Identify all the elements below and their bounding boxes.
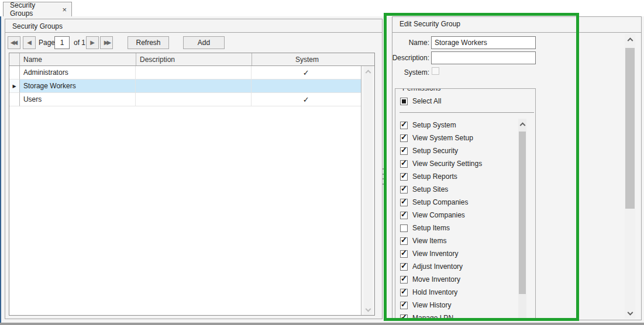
table-row[interactable]: Administrators✓ xyxy=(9,66,361,79)
tab-label: Security Groups xyxy=(10,1,56,18)
refresh-button-label: Refresh xyxy=(136,39,160,47)
permission-label: Setup System xyxy=(412,121,456,129)
cell-system: ✓ xyxy=(252,93,361,106)
description-field[interactable] xyxy=(431,51,536,64)
refresh-button[interactable]: Refresh xyxy=(128,36,169,49)
column-header-label: System xyxy=(295,56,319,64)
checkmark-icon: ✓ xyxy=(401,275,407,283)
permissions-scrollbar[interactable] xyxy=(518,119,526,319)
permission-checkbox[interactable]: ✓ xyxy=(400,199,408,206)
permission-item[interactable]: ✓View Inventory xyxy=(400,247,516,260)
grid-body: Administrators✓▶Storage WorkersUsers✓ xyxy=(9,66,361,315)
scrollbar-track[interactable] xyxy=(364,66,373,315)
name-field[interactable] xyxy=(431,36,536,49)
security-groups-table: Name Description System Administrators✓▶… xyxy=(9,53,375,316)
permissions-title: Permissions xyxy=(400,88,443,92)
permission-checkbox[interactable] xyxy=(400,224,408,232)
first-page-button[interactable]: ◀◀ xyxy=(8,36,20,49)
select-all-row[interactable]: Select All xyxy=(400,97,441,105)
table-vertical-scrollbar[interactable] xyxy=(361,66,374,315)
permission-item[interactable]: ✓Adjust Inventory xyxy=(400,260,516,273)
permission-checkbox[interactable]: ✓ xyxy=(400,302,408,309)
table-row[interactable]: Users✓ xyxy=(9,93,361,106)
permission-item[interactable]: ✓Move Inventory xyxy=(400,273,516,286)
permission-item[interactable]: ✓Setup Security xyxy=(400,144,516,157)
tab-security-groups[interactable]: Security Groups × xyxy=(3,2,72,16)
permission-item[interactable]: ✓View Security Settings xyxy=(400,157,516,170)
cell-name: Administrators xyxy=(20,66,136,79)
permission-label: View System Setup xyxy=(412,134,473,142)
permission-checkbox[interactable]: ✓ xyxy=(400,276,408,283)
row-selector-cell[interactable]: ▶ xyxy=(9,79,20,93)
last-page-button[interactable]: ▶▶ xyxy=(100,36,113,49)
checkmark-icon: ✓ xyxy=(401,262,407,270)
permission-checkbox[interactable]: ✓ xyxy=(400,173,408,181)
permission-checkbox[interactable]: ✓ xyxy=(400,314,408,319)
window-left-border xyxy=(0,16,1,323)
permission-item[interactable]: ✓View System Setup xyxy=(400,132,516,144)
next-page-icon: ▶ xyxy=(90,40,95,46)
permission-item[interactable]: ✓Setup System xyxy=(400,119,516,132)
permission-label: Setup Companies xyxy=(412,198,468,206)
column-header-system[interactable]: System xyxy=(252,53,362,65)
select-all-checkbox[interactable] xyxy=(400,98,408,105)
next-page-button[interactable]: ▶ xyxy=(86,36,99,49)
permission-item[interactable]: ✓Setup Sites xyxy=(400,183,516,196)
permission-item[interactable]: ✓Setup Reports xyxy=(400,170,516,183)
tab-strip: Security Groups × xyxy=(0,0,644,16)
permission-checkbox[interactable]: ✓ xyxy=(400,289,408,296)
row-selector-cell[interactable] xyxy=(9,66,20,79)
permission-checkbox[interactable]: ✓ xyxy=(400,212,408,219)
panel-vertical-scrollbar[interactable] xyxy=(625,34,635,319)
permissions-divider xyxy=(400,112,534,113)
checkmark-icon: ✓ xyxy=(401,236,407,244)
column-header-description[interactable]: Description xyxy=(136,53,252,65)
checkmark-icon: ✓ xyxy=(303,68,309,77)
cell-name: Storage Workers xyxy=(20,79,136,93)
scrollbar-down-button[interactable] xyxy=(625,309,635,319)
permission-checkbox[interactable]: ✓ xyxy=(400,134,408,142)
checkmark-icon: ✓ xyxy=(401,249,407,257)
table-row[interactable]: ▶Storage Workers xyxy=(9,79,361,93)
permission-checkbox[interactable]: ✓ xyxy=(400,237,408,245)
permission-label: Setup Security xyxy=(412,147,458,155)
permission-item[interactable]: Setup Items xyxy=(400,222,516,234)
checkmark-icon: ✓ xyxy=(401,172,407,180)
add-button-label: Add xyxy=(198,39,210,47)
page-count-label: of 1 xyxy=(74,39,85,47)
permission-checkbox[interactable]: ✓ xyxy=(400,186,408,193)
permission-item[interactable]: ✓Setup Companies xyxy=(400,196,516,209)
permission-item[interactable]: ✓Hold Inventory xyxy=(400,286,516,299)
previous-page-icon: ◀ xyxy=(27,40,32,46)
permission-item[interactable]: ✓Manage LPN xyxy=(400,312,516,319)
permission-checkbox[interactable]: ✓ xyxy=(400,160,408,168)
scrollbar-down-button[interactable] xyxy=(364,306,373,315)
permission-checkbox[interactable]: ✓ xyxy=(400,147,408,155)
scrollbar-up-button[interactable] xyxy=(518,119,526,128)
row-selector-cell[interactable] xyxy=(9,93,20,106)
add-button[interactable]: Add xyxy=(183,36,225,49)
page-number-input[interactable] xyxy=(54,36,70,49)
scrollbar-thumb[interactable] xyxy=(625,48,635,209)
chevron-up-icon xyxy=(519,122,525,128)
panel-title-divider xyxy=(5,32,382,33)
panel-splitter[interactable] xyxy=(381,168,385,185)
permission-item[interactable]: ✓View Items xyxy=(400,234,516,247)
scrollbar-up-button[interactable] xyxy=(364,66,373,75)
cell-name: Users xyxy=(20,93,136,106)
checkmark-icon: ✓ xyxy=(401,146,407,154)
permission-checkbox[interactable]: ✓ xyxy=(400,122,408,129)
tab-close-icon[interactable]: × xyxy=(62,6,67,13)
column-header-name[interactable]: Name xyxy=(20,53,136,65)
checkmark-icon: ✓ xyxy=(401,313,407,319)
scrollbar-thumb[interactable] xyxy=(519,132,526,294)
cell-description xyxy=(136,79,251,93)
permission-item[interactable]: ✓View History xyxy=(400,299,516,312)
scrollbar-up-button[interactable] xyxy=(625,34,635,43)
permission-label: Setup Items xyxy=(412,224,450,232)
permission-item[interactable]: ✓View Companies xyxy=(400,209,516,222)
permission-checkbox[interactable]: ✓ xyxy=(400,263,408,271)
permission-label: View Inventory xyxy=(412,250,459,258)
permission-checkbox[interactable]: ✓ xyxy=(400,250,408,258)
previous-page-button[interactable]: ◀ xyxy=(23,36,36,49)
